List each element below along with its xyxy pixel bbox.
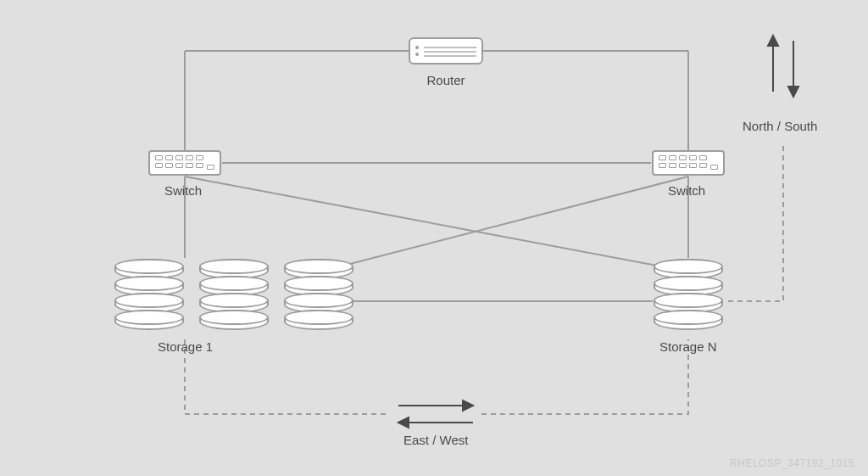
switch-left-node [148, 150, 221, 176]
router-icon [409, 37, 483, 64]
svg-marker-15 [463, 400, 473, 411]
svg-marker-13 [788, 87, 798, 97]
disk-icon [199, 310, 269, 330]
storage-left-label: Storage 1 [158, 339, 213, 354]
disk-icon [654, 310, 723, 330]
north-south-label: North / South [743, 119, 817, 133]
watermark-text: RHELOSP_347192_1015 [730, 457, 854, 469]
storage-right-label: Storage N [659, 339, 717, 354]
storage-stack [199, 259, 269, 330]
disk-icon [284, 310, 353, 330]
disk-icon [114, 310, 184, 330]
router-node [409, 37, 483, 64]
switch-left-label: Switch [164, 183, 202, 198]
switch-right-label: Switch [668, 183, 705, 198]
svg-line-5 [185, 176, 688, 272]
switch-right-node [652, 150, 725, 176]
switch-ports-icon [155, 155, 204, 169]
router-label: Router [415, 73, 476, 87]
svg-line-6 [320, 176, 688, 272]
connection-lines [0, 0, 868, 476]
storage-stack [654, 259, 723, 330]
storage-stack [114, 259, 184, 330]
east-west-label: East / West [403, 433, 468, 447]
switch-icon [148, 150, 221, 176]
svg-marker-17 [398, 417, 409, 428]
switch-icon [652, 150, 725, 176]
switch-ports-icon [659, 155, 708, 169]
svg-marker-11 [768, 36, 778, 46]
storage-stack [284, 259, 353, 330]
diagram-canvas: Router Switch Switch [0, 0, 868, 476]
